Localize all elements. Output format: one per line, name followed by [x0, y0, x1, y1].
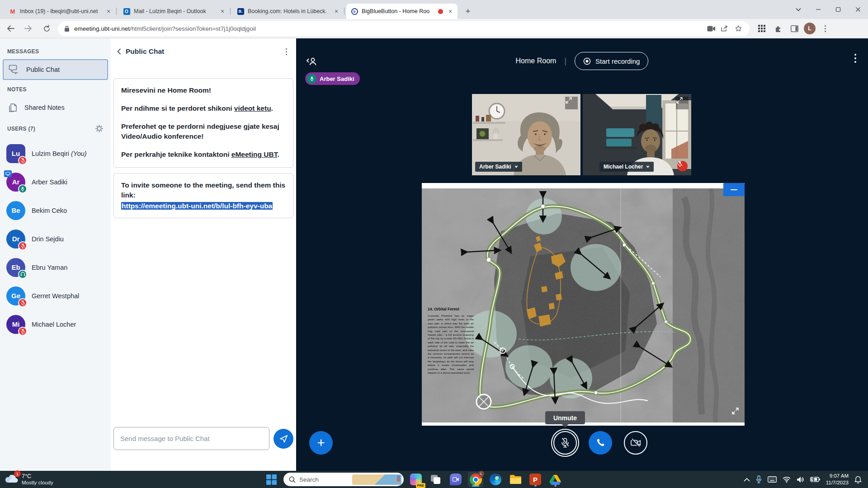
- webcam-name-tag[interactable]: Arber Sadiki: [475, 162, 522, 172]
- sidebar-item-shared-notes[interactable]: Shared Notes: [3, 97, 108, 118]
- extensions-puzzle-icon[interactable]: [771, 22, 785, 35]
- tab-gmail[interactable]: M Inbox (19) - lbeqiri@ubt-uni.net ×: [5, 4, 116, 19]
- chat-message-input[interactable]: [113, 427, 269, 450]
- webcam-arber[interactable]: Arber Sadiki: [472, 94, 580, 175]
- taskbar-chat-icon[interactable]: [448, 472, 463, 487]
- tab-close-icon[interactable]: ×: [447, 8, 454, 15]
- taskbar-google-drive-icon[interactable]: [547, 472, 563, 487]
- chat-title: Public Chat: [126, 47, 164, 56]
- taskbar-chrome-icon[interactable]: L: [468, 472, 483, 487]
- send-message-button[interactable]: [274, 429, 293, 449]
- tray-microphone-icon[interactable]: [756, 475, 762, 483]
- tab-separator: [116, 8, 117, 15]
- webcam-name-tag[interactable]: Michael Locher: [599, 162, 654, 172]
- user-row-arber[interactable]: Ar Arber Sadiki: [0, 168, 111, 196]
- chat-back-button[interactable]: Public Chat: [117, 47, 164, 56]
- webcam-muted-icon: [677, 161, 688, 171]
- user-row-ebru[interactable]: Eb Ebru Yaman: [0, 253, 111, 282]
- muted-mic-icon: [18, 327, 27, 336]
- minimize-presentation-button[interactable]: [723, 183, 745, 196]
- taskbar-edge-icon[interactable]: [488, 472, 503, 487]
- start-recording-button[interactable]: Start recording: [575, 52, 648, 70]
- unmuted-mic-icon: [18, 184, 27, 193]
- weather-temperature: 7°C: [22, 473, 53, 479]
- tray-clock[interactable]: 9:07 AM 11/7/2023: [826, 473, 849, 486]
- avatar: Ar: [6, 173, 25, 192]
- sidebar-item-public-chat[interactable]: Public Chat: [3, 59, 108, 80]
- slide-canvas[interactable]: 14. Orbital Forest Currently Prishtina h…: [422, 188, 745, 422]
- bookmark-star-icon[interactable]: [731, 22, 745, 35]
- user-row-drin[interactable]: Dr Drin Sejdiu: [0, 225, 111, 253]
- forward-button[interactable]: [21, 21, 36, 36]
- tray-chevron-up-icon[interactable]: [744, 478, 750, 482]
- user-row-michael[interactable]: Mi Michael Locher: [0, 310, 111, 338]
- tab-bigbluebutton-active[interactable]: b BigBlueButton - Home Roo ×: [346, 4, 458, 19]
- tray-wifi-icon[interactable]: [783, 476, 791, 483]
- webcam-fullscreen-button[interactable]: [565, 97, 578, 109]
- tab-outlook[interactable]: O Mail - Lulzim Beqiri - Outlook ×: [118, 4, 230, 19]
- tab-search-chevron-icon[interactable]: [788, 0, 808, 19]
- task-view-icon[interactable]: [428, 472, 443, 487]
- presentation-area[interactable]: 14. Orbital Forest Currently Prishtina h…: [422, 183, 745, 426]
- browser-profile-avatar[interactable]: L: [804, 23, 816, 34]
- search-daily-image: [352, 474, 401, 485]
- send-icon: [279, 434, 288, 443]
- tab-close-icon[interactable]: ×: [333, 8, 340, 15]
- chat-options-menu-icon[interactable]: [286, 48, 287, 55]
- share-icon[interactable]: [718, 22, 731, 35]
- talking-indicator[interactable]: Arber Sadiki: [305, 72, 360, 85]
- tray-keyboard-icon[interactable]: [768, 476, 777, 483]
- address-bar[interactable]: emeeting.ubt-uni.net/html5client/join?se…: [58, 21, 750, 36]
- avatar: Be: [6, 201, 25, 220]
- window-maximize-button[interactable]: [828, 0, 848, 19]
- webcam-grid: Arber Sadiki: [472, 94, 691, 175]
- emeeting-ubt-link[interactable]: eMeeting UBT: [231, 150, 278, 158]
- taskbar-file-explorer-icon[interactable]: [508, 472, 523, 487]
- leave-audio-button[interactable]: [589, 431, 612, 455]
- webcam-fullscreen-button[interactable]: [676, 97, 689, 109]
- user-row-bekim[interactable]: Be Bekim Ceko: [0, 196, 111, 225]
- taskbar-powerpoint-icon[interactable]: P: [528, 472, 543, 487]
- new-tab-button[interactable]: +: [462, 5, 474, 17]
- presentation-fullscreen-button[interactable]: [731, 407, 741, 417]
- tab-booking[interactable]: B. Booking.com: Hotels in Lübeck. ×: [232, 4, 344, 19]
- sidebar-item-label: Shared Notes: [24, 104, 65, 111]
- tab-close-icon[interactable]: ×: [219, 8, 226, 15]
- apps-grid-icon[interactable]: [755, 22, 769, 35]
- muted-mic-icon: [18, 298, 27, 307]
- back-button[interactable]: [3, 21, 18, 36]
- user-row-gerret[interactable]: Ge Gerret Westphal: [0, 282, 111, 310]
- users-settings-gear-icon[interactable]: [95, 124, 104, 133]
- user-row-lulzim[interactable]: Lu Lulzim Beqiri (You): [0, 139, 111, 168]
- tab-separator: [344, 8, 344, 15]
- taskbar-search[interactable]: Search: [283, 473, 404, 486]
- reload-button[interactable]: [39, 21, 54, 36]
- window-minimize-button[interactable]: [808, 0, 828, 19]
- tray-volume-icon[interactable]: [797, 476, 804, 483]
- unmute-microphone-button[interactable]: [553, 431, 577, 455]
- side-panel-icon[interactable]: [788, 22, 801, 35]
- tab-close-icon[interactable]: ×: [105, 8, 112, 15]
- tray-notifications-bell-icon[interactable]: [854, 476, 862, 483]
- url-text: emeeting.ubt-uni.net/html5client/join?se…: [74, 25, 256, 32]
- actions-plus-button[interactable]: +: [309, 431, 333, 455]
- share-webcam-button[interactable]: [624, 431, 647, 455]
- videot-ketu-link[interactable]: videot ketu: [234, 104, 271, 112]
- lock-icon: [64, 25, 70, 32]
- taskbar-copilot-icon[interactable]: PRE: [408, 472, 424, 487]
- tray-battery-icon[interactable]: [810, 477, 820, 482]
- browser-tab-strip: M Inbox (19) - lbeqiri@ubt-uni.net × O M…: [0, 0, 868, 19]
- chrome-profile-badge: L: [478, 471, 484, 477]
- camera-media-icon[interactable]: [704, 22, 718, 35]
- slide-text-block: 14. Orbital Forest Currently Prishtina h…: [428, 307, 474, 375]
- avatar: Eb: [6, 258, 25, 277]
- meeting-options-menu-icon[interactable]: [854, 54, 856, 63]
- meeting-main-area: Home Room | Start recording Arber Sadiki: [296, 38, 868, 471]
- avatar: Ge: [6, 286, 25, 305]
- start-button[interactable]: [264, 472, 279, 487]
- window-close-button[interactable]: [848, 0, 868, 19]
- weather-widget[interactable]: 1 7°C Mostly cloudy: [0, 473, 53, 486]
- meeting-invite-link[interactable]: https://emeeting.ubt-uni.net/b/lul-bfh-e…: [121, 202, 273, 210]
- browser-menu-icon[interactable]: [818, 22, 832, 35]
- webcam-michael[interactable]: Michael Locher: [583, 94, 691, 175]
